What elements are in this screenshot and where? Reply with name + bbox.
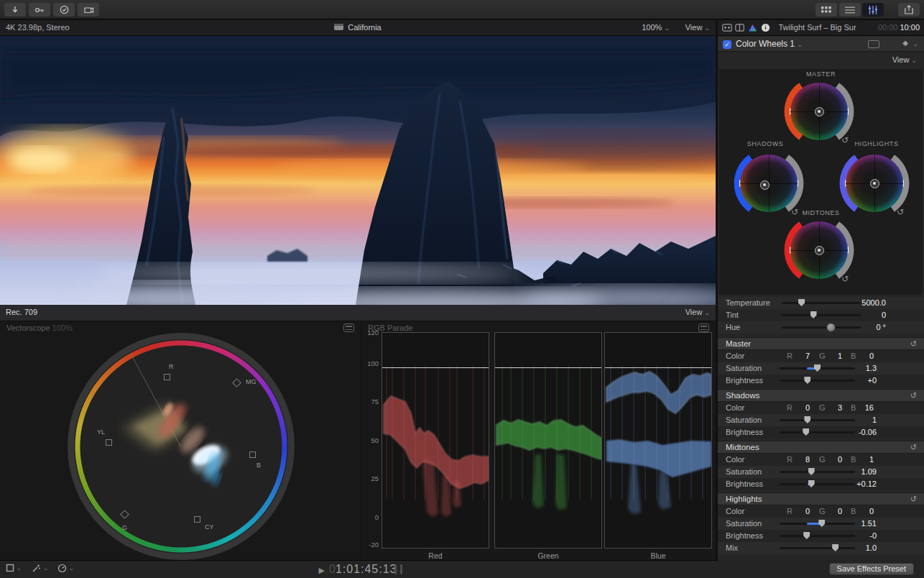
wheel-puck[interactable] (815, 246, 824, 255)
highlights-saturation-row: Saturation1.51 (718, 518, 924, 530)
effect-enable-checkbox[interactable]: ✓ (723, 40, 731, 49)
rgb-value[interactable]: 0 (794, 403, 810, 412)
slider-thumb[interactable] (818, 520, 825, 527)
parade-100-line (605, 367, 711, 368)
param-value[interactable]: -0 (833, 531, 877, 540)
scrubber-handle[interactable] (400, 564, 402, 574)
rgb-value[interactable]: 0 (858, 352, 874, 360)
color-wheel-master[interactable]: ↺ (777, 75, 861, 147)
scrubber-handle[interactable] (394, 564, 397, 574)
highlights-color-row: ColorR0G0B0 (718, 505, 924, 518)
rgb-letter: B (851, 507, 856, 515)
rgb-value[interactable]: 8 (794, 455, 810, 464)
slider-thumb[interactable] (804, 416, 810, 423)
section-title: Master (726, 339, 751, 348)
param-value[interactable]: 1.0 (833, 543, 877, 552)
parade-channel-label: Green (494, 551, 602, 560)
param-value[interactable]: 1.09 (833, 467, 877, 476)
section-header-master[interactable]: Master ↺ (718, 337, 924, 350)
param-value[interactable]: 1.51 (833, 519, 877, 528)
param-value[interactable]: 5000.0 (843, 298, 886, 307)
wheel-reset-button[interactable]: ↺ (841, 274, 849, 284)
slider-thumb[interactable] (803, 428, 809, 436)
extend-edit-button[interactable] (78, 3, 99, 17)
color-wheel-shadows[interactable]: ↺ (727, 147, 810, 219)
share-button[interactable] (898, 3, 920, 17)
viewer-zoom-dropdown[interactable]: 100% ⌄ (642, 23, 670, 32)
timecode-display[interactable]: ▶01:01:45:13 (0, 563, 716, 576)
keyframe-icon[interactable]: ◆ (902, 39, 908, 47)
slider-thumb[interactable] (803, 532, 810, 539)
scopes-view-dropdown[interactable]: View ⌄ (685, 308, 710, 316)
inspector-view-button[interactable] (862, 3, 884, 17)
section-header-midtones[interactable]: Midtones ↺ (718, 441, 924, 454)
section-reset-button[interactable]: ↺ (910, 391, 917, 400)
import-media-button[interactable] (4, 3, 26, 17)
browser-view-button[interactable] (816, 3, 837, 17)
wheel-puck[interactable] (760, 180, 770, 190)
wheel-puck[interactable] (815, 107, 824, 116)
section-reset-button[interactable]: ↺ (910, 443, 917, 452)
section-header-shadows[interactable]: Shadows ↺ (718, 389, 924, 402)
shadows-color-row: ColorR0G3B16 (718, 402, 924, 414)
viewer-view-dropdown[interactable]: View ⌄ (685, 23, 710, 32)
rgb-letter: G (819, 403, 826, 412)
rgb-letter: R (787, 455, 793, 464)
rgb-value[interactable]: 7 (794, 352, 810, 360)
rgb-value[interactable]: 0 (826, 455, 842, 464)
shadows-brightness-row: Brightness-0.06 (718, 426, 924, 439)
keyframe-caret-icon[interactable]: ⌄ (913, 40, 918, 47)
section-reset-button[interactable]: ↺ (910, 495, 917, 504)
color-space-label: Rec. 709 (6, 308, 37, 316)
wheel-puck[interactable] (870, 179, 879, 188)
rgb-value[interactable]: 0 (858, 507, 874, 515)
param-value[interactable]: -0.06 (833, 428, 877, 436)
rgb-value[interactable]: 1 (826, 352, 842, 360)
rgb-value[interactable]: 0 (794, 507, 810, 515)
param-value[interactable]: 1.3 (833, 364, 877, 372)
param-value[interactable]: 0 (843, 311, 886, 319)
param-value[interactable]: 0 ° (843, 323, 886, 331)
rgb-value[interactable]: 1 (858, 455, 874, 464)
slider-thumb[interactable] (808, 480, 815, 487)
save-effects-preset-button[interactable]: Save Effects Preset (829, 563, 914, 575)
fcpx-window: 4K 23.98p, Stereo California 100% ⌄ View… (0, 0, 924, 578)
play-icon[interactable]: ▶ (319, 566, 325, 574)
section-title: Shadows (726, 391, 759, 400)
tab-video-inspector[interactable] (721, 22, 733, 33)
param-value[interactable]: +0.12 (833, 480, 877, 488)
hue-knob[interactable] (826, 323, 836, 332)
viewer-canvas[interactable] (0, 36, 716, 305)
rgb-letter: R (787, 507, 793, 515)
parade-channel-label: Red (382, 551, 489, 560)
param-label: Color (726, 352, 744, 360)
color-wheel-highlights[interactable]: ↺ (833, 147, 916, 219)
section-reset-button[interactable]: ↺ (910, 339, 917, 349)
tab-color-inspector[interactable] (747, 22, 759, 33)
check-circle-icon (60, 5, 69, 14)
effect-name-dropdown[interactable]: Color Wheels 1 ⌄ (736, 39, 803, 49)
keywords-button[interactable] (29, 3, 50, 17)
parade-settings-icon[interactable] (698, 324, 709, 332)
rgb-value[interactable]: 0 (826, 507, 842, 515)
parade-tick-label: 75 (361, 398, 379, 405)
section-header-highlights[interactable]: Highlights ↺ (718, 492, 924, 505)
color-wheel-midtones[interactable]: ↺ (777, 214, 861, 286)
slider-thumb[interactable] (808, 468, 815, 475)
rgb-value[interactable]: 3 (826, 403, 842, 412)
rgb-value[interactable]: 16 (858, 403, 874, 412)
slider-thumb[interactable] (814, 364, 821, 372)
tab-audio-inspector[interactable] (734, 22, 746, 33)
param-value[interactable]: +0 (833, 376, 877, 385)
param-value[interactable]: 1 (833, 416, 877, 424)
parade-panel-green (494, 332, 602, 549)
favorite-button[interactable] (53, 3, 75, 17)
rgb-letter: G (819, 352, 826, 360)
wheels-view-dropdown[interactable]: View ⌄ (892, 55, 917, 64)
slider-thumb[interactable] (798, 299, 805, 306)
slider-thumb[interactable] (810, 311, 817, 318)
mask-icon[interactable] (868, 40, 879, 48)
rgb-letter: R (787, 352, 793, 360)
list-view-button[interactable] (839, 3, 861, 17)
slider-thumb[interactable] (804, 377, 810, 384)
